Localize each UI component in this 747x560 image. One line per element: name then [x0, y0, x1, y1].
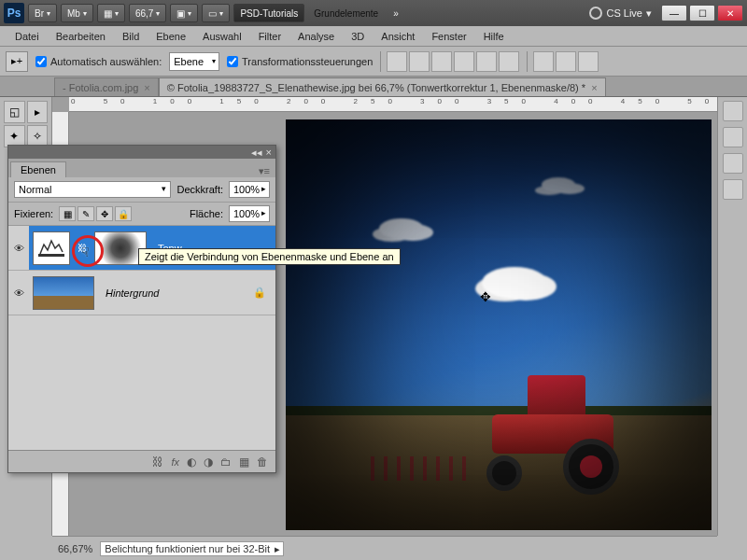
document-tabs: - Fotolia.com.jpg× © Fotolia_19883727_S_… — [0, 77, 747, 97]
panel-icon-3[interactable] — [723, 153, 743, 174]
app-chrome: Ps Br Mb ▦ 66,7 ▣ ▭ PSD-Tutorials Grunde… — [0, 0, 747, 26]
cslive-icon — [589, 7, 602, 20]
opacity-field[interactable]: 100% — [229, 181, 270, 198]
layers-footer: ⛓ fx ◐ ◑ 🗀 ▦ 🗑 — [8, 450, 275, 472]
menu-hilfe[interactable]: Hilfe — [476, 29, 512, 44]
ruler-horizontal[interactable]: 0 50 100 150 200 250 300 350 400 450 500… — [69, 97, 717, 112]
align-left-icon[interactable] — [454, 51, 474, 72]
menu-bearbeiten[interactable]: Bearbeiten — [49, 29, 113, 44]
window-maximize-button[interactable]: ☐ — [689, 5, 715, 21]
lock-transparency-icon[interactable]: ▦ — [59, 206, 76, 221]
auto-select-checkbox[interactable]: Automatisch auswählen: — [35, 56, 162, 67]
layer-background[interactable]: 👁 Hintergrund 🔒 — [8, 271, 275, 315]
workspace-label[interactable]: PSD-Tutorials — [233, 4, 304, 22]
lock-pixels-icon[interactable]: ✎ — [78, 206, 94, 221]
view-extras-button[interactable]: ▦ — [97, 4, 125, 22]
panel-close-icon[interactable]: × — [266, 147, 272, 158]
lock-label: Fixieren: — [14, 208, 53, 219]
more-workspaces[interactable]: » — [388, 4, 404, 22]
panel-icon-1[interactable] — [723, 101, 743, 121]
blend-mode-select[interactable]: Normal — [14, 181, 171, 198]
layers-panel: ◂◂× Ebenen▾≡ Normal Deckkraft: 100% Fixi… — [7, 145, 276, 473]
menu-fenster[interactable]: Fenster — [424, 29, 473, 44]
move-tool-icon[interactable]: ▸+ — [6, 51, 28, 72]
doc-tab-active[interactable]: © Fotolia_19883727_S_Elenathewise.jpg be… — [159, 77, 606, 96]
distribute-3-icon[interactable] — [578, 51, 599, 72]
minibridge-button[interactable]: Mb — [61, 4, 93, 22]
menu-auswahl[interactable]: Auswahl — [195, 29, 249, 44]
auto-select-mode[interactable]: Ebene — [169, 52, 219, 71]
window-minimize-button[interactable]: — — [661, 5, 687, 21]
new-layer-icon[interactable]: ▦ — [239, 455, 249, 469]
align-vcenter-icon[interactable] — [409, 51, 430, 72]
distribute-icons — [527, 51, 599, 72]
tool-move2[interactable]: ▸ — [27, 101, 49, 123]
transform-controls-checkbox[interactable]: Transformationssteuerungen — [227, 56, 373, 67]
zoom-level-field[interactable]: 66,7 — [129, 4, 166, 22]
menu-bild[interactable]: Bild — [115, 29, 147, 44]
screen-mode-button[interactable]: ▭ — [202, 4, 230, 22]
lock-all-icon[interactable]: 🔒 — [115, 206, 132, 221]
app-logo-icon: Ps — [4, 3, 24, 23]
image-content — [286, 119, 712, 530]
align-right-icon[interactable] — [499, 51, 519, 72]
align-top-icon[interactable] — [387, 51, 407, 72]
menu-filter[interactable]: Filter — [251, 29, 289, 44]
tool-move[interactable]: ◱ — [4, 101, 25, 123]
bridge-button[interactable]: Br — [28, 4, 57, 22]
menu-bar: Datei Bearbeiten Bild Ebene Auswahl Filt… — [0, 26, 747, 47]
align-icons — [380, 51, 519, 72]
layer-name[interactable]: Hintergrund — [98, 287, 159, 299]
close-tab-icon[interactable]: × — [144, 82, 149, 93]
fill-field[interactable]: 100% — [229, 205, 270, 222]
mask-icon[interactable]: ◐ — [187, 455, 196, 469]
adjustment-thumb[interactable] — [33, 231, 70, 265]
pointer-cursor-icon: ☟ — [81, 245, 90, 259]
distribute-2-icon[interactable] — [556, 51, 576, 72]
menu-3d[interactable]: 3D — [344, 29, 372, 44]
panel-icon-2[interactable] — [723, 127, 743, 147]
fill-label: Fläche: — [190, 208, 223, 219]
group-icon[interactable]: 🗀 — [220, 455, 232, 469]
visibility-toggle-icon[interactable]: 👁 — [8, 287, 29, 299]
menu-ansicht[interactable]: Ansicht — [374, 29, 422, 44]
panel-menu-icon[interactable]: ▾≡ — [253, 165, 275, 177]
panel-icon-4[interactable] — [723, 179, 743, 200]
fx-icon[interactable]: fx — [171, 455, 179, 469]
delete-layer-icon[interactable]: 🗑 — [257, 455, 268, 469]
tooltip: Zeigt die Verbindung von Ebenenmaske und… — [138, 248, 401, 265]
layers-tab[interactable]: Ebenen — [10, 161, 66, 177]
link-layers-icon[interactable]: ⛓ — [152, 455, 163, 469]
right-dock — [717, 97, 747, 536]
document-name[interactable]: Grundelemente — [308, 4, 384, 22]
align-hcenter-icon[interactable] — [476, 51, 497, 72]
align-bottom-icon[interactable] — [431, 51, 452, 72]
panel-collapse-icon[interactable]: ◂◂ — [251, 147, 262, 159]
status-bar: 66,67% Belichtung funktioniert nur bei 3… — [52, 536, 717, 560]
cursor-crosshair-icon: ✥ — [480, 289, 491, 304]
visibility-toggle-icon[interactable]: 👁 — [8, 226, 29, 270]
doc-tab-inactive[interactable]: - Fotolia.com.jpg× — [54, 77, 159, 96]
lock-icon: 🔒 — [253, 287, 266, 299]
svg-rect-0 — [38, 254, 64, 257]
status-info[interactable]: Belichtung funktioniert nur bei 32-Bit — [100, 541, 284, 556]
panel-grip[interactable]: ◂◂× — [8, 146, 275, 159]
menu-datei[interactable]: Datei — [7, 29, 47, 44]
distribute-1-icon[interactable] — [533, 51, 554, 72]
status-zoom[interactable]: 66,67% — [58, 543, 92, 554]
lock-position-icon[interactable]: ✥ — [96, 206, 113, 221]
cslive-button[interactable]: CS Live ▾ — [589, 7, 652, 20]
close-tab-icon[interactable]: × — [591, 82, 597, 93]
layer-thumb[interactable] — [33, 276, 94, 310]
menu-ebene[interactable]: Ebene — [148, 29, 193, 44]
menu-analyse[interactable]: Analyse — [290, 29, 342, 44]
options-bar: ▸+ Automatisch auswählen: Ebene Transfor… — [0, 47, 747, 77]
arrange-docs-button[interactable]: ▣ — [170, 4, 198, 22]
adjustment-icon[interactable]: ◑ — [204, 455, 213, 469]
window-close-button[interactable]: ✕ — [717, 5, 743, 21]
opacity-label: Deckkraft: — [176, 184, 223, 195]
